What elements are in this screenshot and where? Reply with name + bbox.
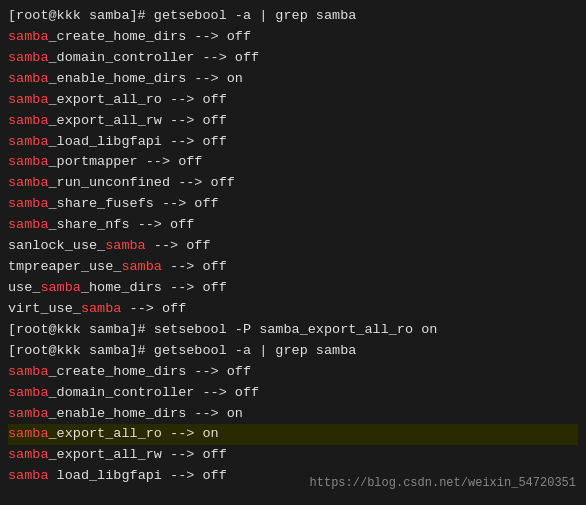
output-text: _export_all_ro --> off: [49, 90, 227, 111]
output-text: _load_libgfapi --> off: [49, 132, 227, 153]
terminal-line: samba_portmapper --> off: [8, 152, 578, 173]
output-text: load_libgfapi --> off: [49, 466, 227, 487]
keyword-samba: samba: [8, 362, 49, 383]
terminal-line: [root@kkk samba]# getsebool -a | grep sa…: [8, 341, 578, 362]
output-text: _create_home_dirs --> off: [49, 362, 252, 383]
keyword-samba: samba: [8, 69, 49, 90]
keyword-samba: samba: [8, 27, 49, 48]
terminal-line: samba_domain_controller --> off: [8, 383, 578, 404]
keyword-samba: samba: [40, 278, 81, 299]
terminal-line: samba_create_home_dirs --> off: [8, 27, 578, 48]
output-text: _export_all_rw --> off: [49, 111, 227, 132]
keyword-samba: samba: [8, 445, 49, 466]
output-text: _export_all_rw --> off: [49, 445, 227, 466]
terminal-line: [root@kkk samba]# getsebool -a | grep sa…: [8, 6, 578, 27]
output-text: tmpreaper_use_: [8, 257, 121, 278]
keyword-samba: samba: [8, 466, 49, 487]
command-text: [root@kkk samba]# getsebool -a | grep sa…: [8, 341, 356, 362]
keyword-samba: samba: [8, 215, 49, 236]
keyword-samba: samba: [8, 194, 49, 215]
terminal-line: [root@kkk samba]# setsebool -P samba_exp…: [8, 320, 578, 341]
terminal-line: sanlock_use_samba --> off: [8, 236, 578, 257]
command-text: [root@kkk samba]# setsebool -P samba_exp…: [8, 320, 437, 341]
output-text: --> off: [162, 257, 227, 278]
terminal-line: samba_create_home_dirs --> off: [8, 362, 578, 383]
output-text: _enable_home_dirs --> on: [49, 404, 243, 425]
terminal-line: samba_enable_home_dirs --> on: [8, 404, 578, 425]
terminal-line: samba_export_all_rw --> off: [8, 445, 578, 466]
command-text: [root@kkk samba]# getsebool -a | grep sa…: [8, 6, 356, 27]
output-text: _share_fusefs --> off: [49, 194, 219, 215]
output-text: _domain_controller --> off: [49, 48, 260, 69]
watermark: https://blog.csdn.net/weixin_54720351: [310, 474, 576, 493]
output-text: virt_use_: [8, 299, 81, 320]
terminal-line: samba_share_fusefs --> off: [8, 194, 578, 215]
keyword-samba: samba: [81, 299, 122, 320]
keyword-samba: samba: [8, 173, 49, 194]
output-text: _create_home_dirs --> off: [49, 27, 252, 48]
output-text: --> off: [121, 299, 186, 320]
terminal-line: samba_domain_controller --> off: [8, 48, 578, 69]
keyword-samba: samba: [8, 111, 49, 132]
output-text: _enable_home_dirs --> on: [49, 69, 243, 90]
terminal-line: samba_export_all_ro --> off: [8, 90, 578, 111]
output-text: _run_unconfined --> off: [49, 173, 235, 194]
keyword-samba: samba: [8, 90, 49, 111]
terminal-window: [root@kkk samba]# getsebool -a | grep sa…: [0, 0, 586, 505]
terminal-line: samba_run_unconfined --> off: [8, 173, 578, 194]
terminal-line: samba_load_libgfapi --> off: [8, 132, 578, 153]
output-text: --> off: [146, 236, 211, 257]
output-text: sanlock_use_: [8, 236, 105, 257]
terminal-line: tmpreaper_use_samba --> off: [8, 257, 578, 278]
terminal-line: samba_share_nfs --> off: [8, 215, 578, 236]
terminal-line: samba_export_all_rw --> off: [8, 111, 578, 132]
terminal-line: use_samba_home_dirs --> off: [8, 278, 578, 299]
keyword-samba: samba: [8, 404, 49, 425]
terminal-line: samba_export_all_ro --> on: [8, 424, 578, 445]
output-text: use_: [8, 278, 40, 299]
output-text: _domain_controller --> off: [49, 383, 260, 404]
keyword-samba: samba: [121, 257, 162, 278]
output-text: _export_all_ro --> on: [49, 424, 219, 445]
output-text: _home_dirs --> off: [81, 278, 227, 299]
keyword-samba: samba: [8, 152, 49, 173]
output-text: _portmapper --> off: [49, 152, 203, 173]
keyword-samba: samba: [8, 132, 49, 153]
keyword-samba: samba: [8, 383, 49, 404]
terminal-line: virt_use_samba --> off: [8, 299, 578, 320]
output-text: _share_nfs --> off: [49, 215, 195, 236]
keyword-samba: samba: [105, 236, 146, 257]
keyword-samba: samba: [8, 48, 49, 69]
terminal-line: samba_enable_home_dirs --> on: [8, 69, 578, 90]
keyword-samba: samba: [8, 424, 49, 445]
